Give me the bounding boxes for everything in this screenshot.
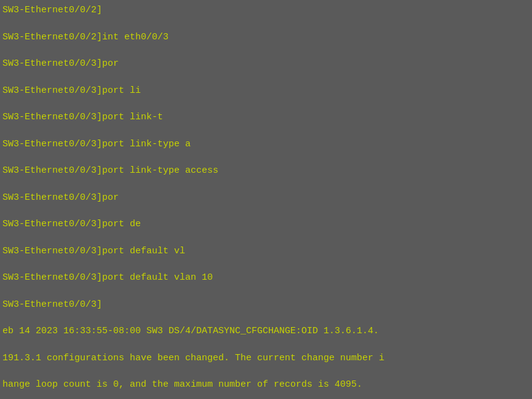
terminal-line: SW3-Ethernet0/0/3]por — [2, 57, 530, 71]
terminal-line: hange loop count is 0, and the maximum n… — [2, 378, 530, 392]
terminal-line: SW3-Ethernet0/0/3]port default vl — [2, 245, 530, 258]
terminal-line: SW3-Ethernet0/0/3]port link-t — [2, 111, 530, 124]
terminal-window[interactable]: SW3-Ethernet0/0/2] SW3-Ethernet0/0/2]int… — [0, 0, 532, 399]
terminal-line: SW3-Ethernet0/0/3]por — [2, 191, 530, 205]
terminal-line: SW3-Ethernet0/0/3]port li — [2, 84, 530, 98]
terminal-line: SW3-Ethernet0/0/3]port default vlan 10 — [2, 271, 530, 285]
terminal-line: SW3-Ethernet0/0/3]port link-type a — [2, 138, 530, 151]
terminal-line: 191.3.1 configurations have been changed… — [2, 352, 530, 365]
terminal-line: SW3-Ethernet0/0/3]port link-type access — [2, 164, 530, 178]
terminal-line: SW3-Ethernet0/0/2]int eth0/0/3 — [2, 31, 530, 44]
terminal-line: eb 14 2023 16:33:55-08:00 SW3 DS/4/DATAS… — [2, 325, 530, 338]
terminal-line: SW3-Ethernet0/0/3] — [2, 298, 530, 312]
terminal-line: SW3-Ethernet0/0/3]port de — [2, 218, 530, 231]
terminal-line: SW3-Ethernet0/0/2] — [2, 4, 530, 17]
